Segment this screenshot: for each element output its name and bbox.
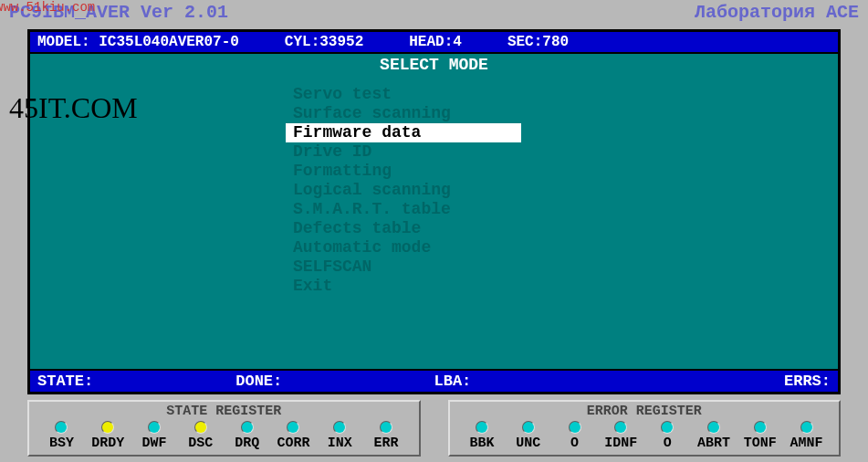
info-bar: MODEL: IC35L040AVER07-0 CYL:33952 HEAD:4… [30, 32, 838, 54]
register-label: TONF [737, 436, 783, 451]
register-label: AMNF [783, 436, 830, 451]
menu-item-formatting[interactable]: Formatting [286, 162, 399, 180]
cyl-label: CYL: [285, 34, 319, 50]
status-lba: LBA: [434, 373, 633, 390]
cyl-value: 33952 [319, 34, 363, 50]
led-icon [661, 421, 674, 434]
error-register-panel: ERROR REGISTER BBKUNCOIDNFOABRTTONFAMNF [448, 400, 842, 457]
menu-item-selfscan[interactable]: SELFSCAN [286, 257, 379, 276]
register-label: IDNF [598, 436, 644, 451]
led-icon [380, 421, 392, 434]
state-register-labels: BSYDRDYDWFDSCDRQCORRINXERR [38, 436, 410, 451]
led-icon [148, 421, 161, 434]
register-label: DSC [177, 436, 224, 451]
menu-item-automatic-mode[interactable]: Automatic mode [286, 238, 438, 257]
led-icon [55, 421, 68, 434]
status-state: STATE: [37, 373, 235, 390]
status-errs: ERRS: [633, 373, 831, 390]
head-value: 4 [453, 34, 462, 50]
version-label: Ver 2.01 [141, 2, 228, 23]
led-icon [614, 421, 627, 434]
led-icon [287, 421, 299, 434]
led-icon [707, 421, 720, 434]
watermark-url: www.51kiu.com [0, 0, 95, 15]
led-icon [800, 421, 813, 434]
sec-label: SEC: [507, 34, 542, 50]
menu-item-logical-scanning[interactable]: Logical scanning [286, 181, 458, 199]
led-icon [522, 421, 535, 434]
main-panel: MODEL: IC35L040AVER07-0 CYL:33952 HEAD:4… [27, 29, 841, 394]
state-register-leds [38, 421, 410, 434]
menu-item-exit[interactable]: Exit [286, 277, 340, 295]
menu-item-defects-table[interactable]: Defects table [286, 219, 428, 237]
watermark-site: 45IT.COM [9, 91, 138, 125]
model-label: MODEL: [37, 34, 90, 50]
led-icon [241, 421, 254, 434]
register-label: BSY [38, 436, 85, 451]
register-label: BBK [459, 436, 506, 451]
model-value: IC35L040AVER07-0 [99, 34, 239, 50]
menu-container: Servo test Surface scanning Firmware dat… [30, 76, 838, 296]
led-icon [101, 421, 114, 434]
select-mode-title: SELECT MODE [30, 54, 838, 76]
menu-item-firmware-data[interactable]: Firmware data [286, 123, 521, 142]
status-bar: STATE: DONE: LBA: ERRS: [30, 369, 838, 392]
register-label: UNC [505, 436, 551, 451]
lab-label: Лаборатория ACE [695, 2, 859, 24]
menu-item-servo-test[interactable]: Servo test [286, 85, 399, 103]
led-icon [194, 421, 207, 434]
error-register-leds [459, 421, 831, 434]
register-label: DRQ [224, 436, 270, 451]
menu-item-surface-scanning[interactable]: Surface scanning [286, 104, 458, 122]
status-done: DONE: [235, 373, 434, 390]
register-label: CORR [270, 436, 317, 451]
register-label: INX [317, 436, 363, 451]
register-label: O [644, 436, 691, 451]
state-register-panel: STATE REGISTER BSYDRDYDWFDSCDRQCORRINXER… [27, 400, 421, 457]
register-label: O [551, 436, 598, 451]
led-icon [569, 421, 581, 434]
sec-value: 780 [542, 34, 569, 50]
head-label: HEAD: [409, 34, 453, 50]
register-label: ERR [363, 436, 410, 451]
state-register-title: STATE REGISTER [38, 404, 410, 419]
error-register-labels: BBKUNCOIDNFOABRTTONFAMNF [459, 436, 831, 451]
register-row: STATE REGISTER BSYDRDYDWFDSCDRQCORRINXER… [27, 400, 841, 457]
register-label: DWF [131, 436, 178, 451]
menu-item-drive-id[interactable]: Drive ID [286, 142, 379, 161]
menu-item-smart-table[interactable]: S.M.A.R.T. table [286, 200, 458, 218]
error-register-title: ERROR REGISTER [459, 404, 831, 419]
led-icon [754, 421, 767, 434]
register-label: ABRT [691, 436, 737, 451]
led-icon [476, 421, 488, 434]
register-label: DRDY [85, 436, 131, 451]
header-bar: PC9IBM_AVER Ver 2.01 Лаборатория ACE [0, 0, 868, 26]
led-icon [333, 421, 346, 434]
